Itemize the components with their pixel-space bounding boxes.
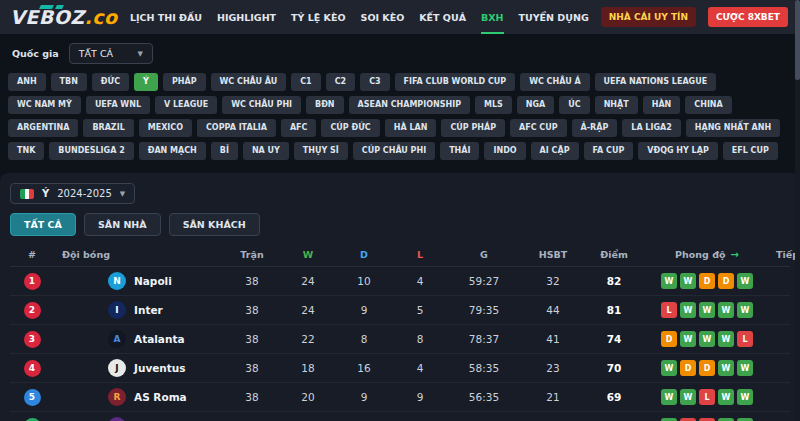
nav-item[interactable]: KẾT QUẢ (419, 0, 466, 34)
goals-value: 78:37 (448, 333, 520, 345)
country-select[interactable]: TẤT CẢ ▼ (69, 43, 153, 64)
league-chip[interactable]: WC NAM MỸ (8, 96, 81, 114)
points-value: 82 (586, 275, 642, 287)
league-chip[interactable]: CÚP PHÁP (441, 119, 505, 137)
league-chip[interactable]: FA CUP (584, 142, 634, 160)
league-chip[interactable]: NA UY (243, 142, 289, 160)
league-chip[interactable]: INDO (484, 142, 525, 160)
rank-badge: 1 (24, 273, 41, 290)
team-cell[interactable]: FFiorentina (54, 417, 224, 421)
league-chip[interactable]: AI CẬP (531, 142, 579, 160)
league-chip[interactable]: C2 (326, 73, 355, 91)
league-chip[interactable]: ASEAN CHAMPIONSHIP (349, 96, 470, 114)
rank-cell: 5 (10, 389, 54, 406)
league-chip[interactable]: ĐỨC (92, 73, 129, 91)
nav-item[interactable]: TỶ LỆ KÈO (291, 0, 345, 34)
trusted-bookmaker-button[interactable]: NHÀ CÁI UY TÍN (601, 7, 696, 27)
team-cell[interactable]: IInter (54, 301, 224, 319)
league-chip[interactable]: NHẬT (595, 96, 638, 114)
league-chip[interactable]: PHÁP (163, 73, 206, 91)
header-draw: D (336, 249, 392, 260)
chevron-down-icon: ▼ (120, 190, 125, 198)
table-row[interactable]: 6FFiorentina381981160:411965WLLWW (10, 412, 790, 421)
league-chip[interactable]: TNK (8, 142, 44, 160)
draw-value: 16 (336, 362, 392, 374)
league-chip[interactable]: LA LIGA2 (622, 119, 680, 137)
league-chip[interactable]: HÀ LAN (385, 119, 437, 137)
league-chip[interactable]: Ý (134, 73, 158, 91)
team-logo: N (108, 272, 126, 290)
league-chip[interactable]: ÚC (559, 96, 589, 114)
league-chip[interactable]: BRAZIL (83, 119, 133, 137)
league-chip[interactable]: ĐAN MẠCH (139, 142, 206, 160)
league-chip[interactable]: V LEAGUE (155, 96, 217, 114)
team-cell[interactable]: RAS Roma (54, 388, 224, 406)
bet-8xbet-button[interactable]: CƯỢC 8XBET (708, 7, 788, 27)
league-chip[interactable]: WC CHÂU PHI (222, 96, 301, 114)
rank-badge: 6 (24, 418, 41, 421)
nav-item[interactable]: LỊCH THI ĐẤU (130, 0, 202, 34)
league-chip[interactable]: WC CHÂU ÂU (211, 73, 287, 91)
league-chip[interactable]: BỈ (211, 142, 238, 160)
league-chip[interactable]: C1 (291, 73, 320, 91)
points-value: 74 (586, 333, 642, 345)
scrollbar-thumb[interactable] (795, 0, 800, 80)
league-chip[interactable]: TBN (51, 73, 87, 91)
league-chip[interactable]: UEFA NATIONS LEAGUE (595, 73, 717, 91)
league-chip[interactable]: C3 (360, 73, 389, 91)
league-chip[interactable]: HẠNG NHẤT ANH (686, 119, 780, 137)
league-chip[interactable]: Ả-RẬP (572, 119, 618, 137)
nav-item[interactable]: TUYỂN DỤNG (519, 0, 589, 34)
league-chip[interactable]: COPPA ITALIA (197, 119, 276, 137)
league-chip[interactable]: BUNDESLIGA 2 (49, 142, 133, 160)
form-cell: LWWWW (642, 302, 772, 318)
lost-value: 4 (392, 362, 448, 374)
table-row[interactable]: 3AAtalanta38228878:374174DWWWL (10, 325, 790, 354)
league-chip[interactable]: AFC CUP (510, 119, 567, 137)
rank-cell: 4 (10, 360, 54, 377)
league-chip[interactable]: THÁI (440, 142, 479, 160)
header-form-label: Phong độ (675, 249, 725, 260)
table-row[interactable]: 5RAS Roma38209956:352169WWLWW (10, 383, 790, 412)
tab[interactable]: TẤT CẢ (10, 213, 76, 236)
league-chip[interactable]: CÚP ĐỨC (321, 119, 379, 137)
team-cell[interactable]: NNapoli (54, 272, 224, 290)
lost-value: 8 (392, 333, 448, 345)
league-chip[interactable]: HÀN (643, 96, 681, 114)
league-chip[interactable]: VĐQG HY LẠP (638, 142, 717, 160)
team-cell[interactable]: JJuventus (54, 359, 224, 377)
scrollbar[interactable] (795, 0, 800, 421)
league-chip[interactable]: FIFA CLUB WORLD CUP (395, 73, 516, 91)
league-chip[interactable]: EFL CUP (723, 142, 778, 160)
league-chip[interactable]: BĐN (306, 96, 344, 114)
league-chip[interactable]: ARGENTINA (8, 119, 78, 137)
table-row[interactable]: 4JJuventus381816458:352370WDDWW (10, 354, 790, 383)
league-chip[interactable]: NGA (517, 96, 554, 114)
team-cell[interactable]: AAtalanta (54, 330, 224, 348)
nav-item[interactable]: HIGHLIGHT (217, 0, 276, 34)
table-row[interactable]: 2IInter38249579:354481LWWWW (10, 296, 790, 325)
brand-logo[interactable]: VEBOZ.co (10, 6, 118, 28)
league-chip[interactable]: CÚP CHÂU PHI (353, 142, 435, 160)
rank-badge: 5 (24, 389, 41, 406)
league-chip[interactable]: MEXICO (139, 119, 192, 137)
draw-value: 10 (336, 275, 392, 287)
view-tabs: TẤT CẢSÂN NHÀSÂN KHÁCH (10, 213, 790, 236)
table-row[interactable]: 1NNapoli382410459:273282WWDDW (10, 267, 790, 296)
points-value: 81 (586, 304, 642, 316)
league-chip[interactable]: UEFA WNL (86, 96, 150, 114)
tab[interactable]: SÂN KHÁCH (169, 213, 260, 236)
goal-diff-value: 44 (520, 304, 586, 316)
form-badge-w: W (661, 389, 677, 405)
nav-item[interactable]: BXH (481, 0, 504, 34)
league-chip[interactable]: MLS (475, 96, 512, 114)
league-chip[interactable]: AFC (281, 119, 317, 137)
tab[interactable]: SÂN NHÀ (84, 213, 161, 236)
league-chip[interactable]: THỤY SĨ (294, 142, 348, 160)
league-chip[interactable]: WC CHÂU Á (520, 73, 589, 91)
season-select[interactable]: Ý 2024-2025 ▼ (10, 183, 135, 204)
league-chip[interactable]: CHINA (685, 96, 731, 114)
nav-item[interactable]: SOI KÈO (361, 0, 405, 34)
league-chip[interactable]: ANH (8, 73, 46, 91)
trend-up-icon: → (731, 249, 739, 260)
